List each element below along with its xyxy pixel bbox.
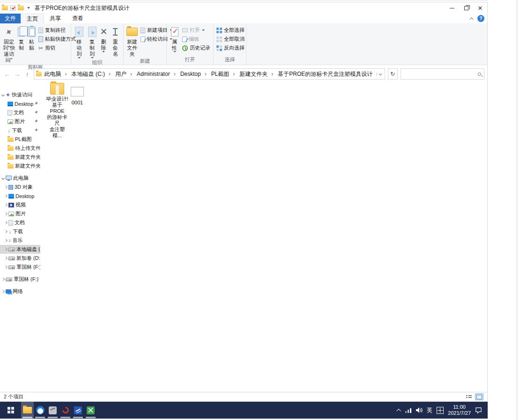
taskbar-app-gray[interactable]	[46, 402, 59, 419]
sidebar-item-pl-screenshots[interactable]: PL截图	[0, 135, 40, 144]
sidebar-item-drive-f[interactable]: 覃国林 (F:)	[0, 263, 40, 272]
breadcrumb-this-pc[interactable]: 此电脑	[44, 70, 71, 78]
restore-button[interactable]	[459, 2, 473, 14]
select-none-button[interactable]: 全部取消	[215, 35, 246, 44]
volume-icon[interactable]	[416, 407, 423, 413]
list-item-folder[interactable]: 毕业设计! 基于PROE 的游标卡尺 盒注塑模...	[45, 83, 69, 139]
collapse-ribbon-icon[interactable]	[469, 17, 473, 21]
minimize-button[interactable]	[445, 2, 459, 14]
chevron-expanded-icon[interactable]	[1, 177, 5, 180]
chevron-collapsed-icon[interactable]	[4, 248, 7, 251]
move-to-button[interactable]: 移动到	[73, 24, 86, 59]
file-list[interactable]: 毕业设计! 基于PROE 的游标卡尺 盒注塑模... 0001	[40, 80, 487, 392]
back-button[interactable]: ←	[4, 70, 11, 78]
chevron-collapsed-icon[interactable]	[4, 203, 7, 206]
rename-button[interactable]: 重命名	[109, 24, 122, 57]
select-all-button[interactable]: 全部选择	[215, 26, 246, 35]
delete-button[interactable]: ✕ 删除	[98, 24, 109, 52]
sidebar-item-documents-pinned[interactable]: 文档	[0, 108, 40, 117]
chevron-collapsed-icon[interactable]	[1, 278, 5, 281]
sidebar-network[interactable]: 网络	[0, 287, 40, 296]
forward-button[interactable]: →	[14, 70, 21, 78]
chevron-collapsed-icon[interactable]	[4, 257, 7, 260]
paste-button[interactable]: 粘贴	[26, 24, 37, 51]
sidebar-item-desktop-pinned[interactable]: Desktop	[0, 99, 40, 108]
navigation-pane: ★ 快速访问 Desktop 文档 图片	[0, 80, 40, 392]
refresh-button[interactable]: ↻	[388, 68, 398, 80]
breadcrumb-users[interactable]: 用户	[114, 70, 136, 78]
sidebar-item-local-disk-c[interactable]: 本地磁盘 (C:)	[0, 245, 40, 254]
customize-qat-caret-icon[interactable]	[27, 7, 30, 9]
tab-file[interactable]: 文件	[0, 14, 21, 23]
chevron-collapsed-icon[interactable]	[4, 212, 7, 215]
taskbar-file-explorer[interactable]	[21, 402, 34, 419]
pin-to-quick-access-button[interactable]: ✦ 固定到"快 速访问"	[1, 24, 16, 63]
sidebar-drive-f-root[interactable]: 覃国林 (F:)	[0, 275, 40, 284]
chevron-expanded-icon[interactable]	[1, 93, 5, 96]
breadcrumb-pl-screenshots[interactable]: PL截图	[210, 70, 239, 78]
ime-icon[interactable]	[437, 407, 444, 414]
notification-center-icon[interactable]	[475, 407, 482, 414]
sidebar-item-new-folder-1[interactable]: 新建文件夹	[0, 153, 40, 162]
details-view-button[interactable]	[465, 393, 473, 400]
sidebar-item-3d-objects[interactable]: 3D 对象	[0, 183, 40, 192]
sidebar-item-new-folder-2[interactable]: 新建文件夹	[0, 162, 40, 170]
tab-home[interactable]: 主页	[21, 14, 44, 23]
chevron-collapsed-icon[interactable]	[1, 290, 5, 293]
sidebar-this-pc[interactable]: 此电脑	[0, 174, 40, 183]
chevron-collapsed-icon[interactable]	[4, 185, 7, 189]
close-button[interactable]: ✕	[473, 2, 487, 14]
sidebar-item-documents[interactable]: 文档	[0, 218, 40, 227]
sidebar-item-new-volume-d[interactable]: 新加卷 (D:)	[0, 254, 40, 263]
properties-icon: ✓	[171, 27, 178, 37]
copy-button[interactable]: 复制	[16, 24, 26, 51]
properties-quick-icon[interactable]	[10, 6, 15, 11]
sidebar-item-pending-upload[interactable]: 待上传文件	[0, 144, 40, 153]
breadcrumb-desktop[interactable]: Desktop	[179, 71, 210, 77]
sidebar-item-videos[interactable]: 视频	[0, 200, 40, 209]
input-language-indicator[interactable]: 英	[427, 406, 432, 414]
taskbar-app-green[interactable]	[84, 402, 97, 419]
thumbnails-view-button[interactable]	[475, 393, 483, 400]
sidebar-item-pictures[interactable]: 图片	[0, 209, 40, 218]
address-breadcrumb-bar[interactable]: 此电脑 本地磁盘 (C:) 用户 Administrator Desktop P…	[34, 68, 385, 80]
sidebar-quick-access[interactable]: ★ 快速访问	[0, 90, 40, 99]
chevron-collapsed-icon[interactable]	[4, 265, 7, 269]
list-item-file[interactable]: 0001	[67, 87, 87, 106]
properties-button[interactable]: ✓ 属性	[168, 24, 181, 52]
new-folder-quick-icon[interactable]	[18, 6, 24, 10]
sidebar-item-downloads[interactable]: ↓ 下载	[0, 227, 40, 236]
taskbar-app-blue-square[interactable]	[72, 402, 84, 419]
start-button[interactable]	[0, 402, 21, 419]
breadcrumb-administrator[interactable]: Administrator	[136, 71, 179, 77]
up-button[interactable]: ↑	[23, 71, 30, 78]
invert-selection-button[interactable]: 反向选择	[215, 44, 246, 52]
help-icon[interactable]: ?	[477, 15, 484, 22]
taskbar-app-blue-circle[interactable]	[34, 402, 46, 419]
new-folder-button[interactable]: 新建 文件夹	[125, 24, 139, 57]
sidebar-item-desktop[interactable]: Desktop	[0, 192, 40, 200]
sidebar-item-pictures-pinned[interactable]: 图片	[0, 117, 40, 126]
sidebar-item-downloads-pinned[interactable]: ↓ 下载	[0, 126, 40, 135]
tab-share[interactable]: 共享	[44, 14, 67, 23]
breadcrumb-new-folder[interactable]: 新建文件夹	[238, 70, 277, 78]
sidebar-item-label: Desktop	[15, 101, 33, 107]
hidden-icons-chevron-icon[interactable]	[396, 408, 401, 413]
chevron-collapsed-icon[interactable]	[4, 194, 7, 198]
search-input[interactable]	[404, 71, 478, 77]
edit-button[interactable]: 编辑	[181, 35, 212, 44]
history-button[interactable]: 历史记录	[181, 44, 212, 52]
network-icon[interactable]	[405, 407, 412, 413]
taskbar-clock[interactable]: 11:00 2021/7/27	[448, 404, 471, 416]
tab-view[interactable]: 查看	[67, 14, 89, 23]
open-button[interactable]: 打开	[181, 26, 212, 35]
copy-to-button[interactable]: 复制到	[86, 24, 99, 59]
address-dropdown-button[interactable]	[377, 73, 384, 75]
breadcrumb-local-disk-c[interactable]: 本地磁盘 (C:)	[71, 70, 114, 78]
chevron-collapsed-icon[interactable]	[4, 239, 7, 242]
breadcrumb-current-folder[interactable]: 基于PROE的游标卡尺盒注塑模具设计	[277, 70, 377, 78]
chevron-collapsed-icon[interactable]	[4, 221, 7, 224]
chevron-collapsed-icon[interactable]	[4, 230, 7, 233]
sidebar-item-music[interactable]: ♪ 音乐	[0, 236, 40, 245]
taskbar-app-red[interactable]	[59, 402, 72, 419]
